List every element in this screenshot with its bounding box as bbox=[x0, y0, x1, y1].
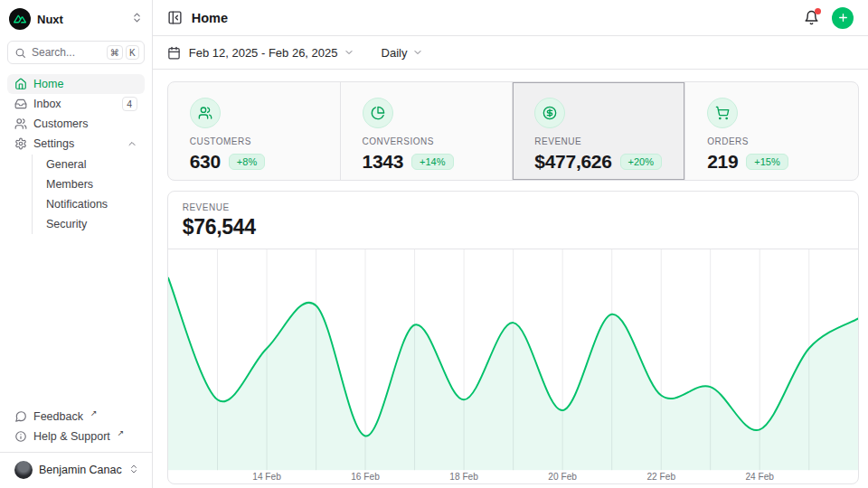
chart-header: REVENUE $76,544 bbox=[168, 192, 858, 249]
sidebar-item-label: Settings bbox=[33, 137, 74, 150]
svg-text:18 Feb: 18 Feb bbox=[449, 472, 478, 482]
stat-value: 630 bbox=[190, 151, 221, 173]
chevron-up-icon bbox=[127, 138, 137, 149]
sidebar-footer: Feedback ↗ Help & Support ↗ Benjamin Can… bbox=[7, 407, 145, 483]
external-link-icon: ↗ bbox=[90, 408, 98, 418]
chevron-down-icon[interactable] bbox=[344, 47, 354, 58]
add-button[interactable] bbox=[832, 7, 854, 29]
workspace-selector[interactable]: Nuxt bbox=[7, 7, 145, 31]
sidebar-item-inbox[interactable]: Inbox 4 bbox=[7, 94, 145, 114]
notifications-button[interactable] bbox=[804, 10, 819, 25]
feedback-label: Feedback bbox=[33, 410, 83, 423]
search-placeholder: Search... bbox=[32, 46, 75, 59]
stat-label: ORDERS bbox=[707, 136, 836, 146]
stat-value: 1343 bbox=[363, 151, 404, 173]
dashboard-app: Nuxt Search... ⌘ K Home bbox=[0, 0, 868, 488]
stat-revenue[interactable]: REVENUE $477,626 +20% bbox=[513, 82, 685, 180]
header-actions bbox=[804, 7, 854, 29]
sidebar: Nuxt Search... ⌘ K Home bbox=[0, 0, 153, 488]
svg-text:14 Feb: 14 Feb bbox=[252, 472, 281, 482]
stat-delta-badge: +15% bbox=[746, 154, 788, 170]
revenue-chart-card: REVENUE $76,544 14 Feb16 Feb18 Feb20 Feb… bbox=[167, 191, 859, 484]
sidebar-item-security[interactable]: Security bbox=[33, 214, 145, 234]
chevron-down-icon[interactable] bbox=[412, 47, 423, 58]
user-menu[interactable]: Benjamin Canac bbox=[7, 457, 145, 483]
stat-orders[interactable]: ORDERS 219 +15% bbox=[685, 82, 858, 180]
info-circle-icon bbox=[14, 430, 27, 443]
date-range-button[interactable]: Feb 12, 2025 - Feb 26, 2025 bbox=[189, 46, 338, 60]
sidebar-item-general[interactable]: General bbox=[33, 155, 145, 174]
search-shortcut: ⌘ K bbox=[107, 45, 139, 60]
pie-chart-icon bbox=[363, 98, 393, 128]
search-icon bbox=[14, 47, 26, 59]
user-name: Benjamin Canac bbox=[39, 464, 122, 476]
workspace-name: Nuxt bbox=[37, 13, 63, 26]
settings-subnav: General Members Notifications Security bbox=[32, 155, 145, 234]
sidebar-divider bbox=[0, 452, 152, 453]
stat-value: $477,626 bbox=[534, 151, 611, 173]
inbox-icon bbox=[14, 98, 27, 110]
dollar-circle-icon bbox=[534, 98, 565, 128]
help-support-label: Help & Support bbox=[33, 430, 110, 443]
inbox-count-badge: 4 bbox=[122, 97, 137, 111]
message-bubble-icon bbox=[14, 410, 27, 423]
collapse-sidebar-icon[interactable] bbox=[167, 10, 183, 25]
sidebar-item-notifications[interactable]: Notifications bbox=[33, 194, 145, 214]
svg-text:16 Feb: 16 Feb bbox=[351, 472, 380, 482]
stats-row: CUSTOMERS 630 +8% CONVERSIONS 1343 +14% bbox=[167, 81, 859, 181]
svg-text:22 Feb: 22 Feb bbox=[646, 472, 675, 482]
sidebar-item-settings[interactable]: Settings bbox=[7, 134, 145, 154]
gear-icon bbox=[14, 137, 27, 150]
feedback-link[interactable]: Feedback ↗ bbox=[7, 407, 145, 427]
cart-icon bbox=[707, 98, 738, 128]
chart-label: REVENUE bbox=[183, 202, 844, 212]
stat-customers[interactable]: CUSTOMERS 630 +8% bbox=[168, 82, 341, 180]
stat-label: REVENUE bbox=[534, 136, 663, 146]
kbd-k: K bbox=[126, 45, 139, 60]
stat-delta-badge: +8% bbox=[229, 154, 265, 170]
stat-delta-badge: +14% bbox=[411, 154, 453, 170]
stat-conversions[interactable]: CONVERSIONS 1343 +14% bbox=[341, 82, 514, 180]
kbd-meta: ⌘ bbox=[107, 45, 123, 60]
main-area: Home Feb 12, 2025 - Feb 26, 2025 Daily bbox=[153, 0, 868, 488]
help-support-link[interactable]: Help & Support ↗ bbox=[7, 427, 145, 446]
svg-text:20 Feb: 20 Feb bbox=[548, 472, 577, 482]
users-icon bbox=[190, 98, 221, 128]
page-title: Home bbox=[192, 11, 228, 25]
stat-label: CUSTOMERS bbox=[190, 136, 318, 146]
chevrons-up-down-icon bbox=[131, 11, 143, 27]
home-icon bbox=[14, 78, 27, 90]
plus-icon bbox=[837, 12, 849, 23]
stat-value: 219 bbox=[707, 151, 738, 173]
nuxt-logo-icon bbox=[9, 8, 31, 30]
sidebar-item-members[interactable]: Members bbox=[33, 174, 145, 194]
sidebar-item-home[interactable]: Home bbox=[7, 74, 145, 94]
page-header: Home bbox=[153, 0, 868, 36]
avatar bbox=[14, 461, 33, 479]
search-input[interactable]: Search... ⌘ K bbox=[7, 41, 145, 64]
external-link-icon: ↗ bbox=[118, 428, 125, 437]
revenue-area-chart[interactable]: 14 Feb16 Feb18 Feb20 Feb22 Feb24 Feb bbox=[168, 249, 858, 483]
stat-delta-badge: +20% bbox=[620, 154, 662, 170]
sidebar-nav: Home Inbox 4 Customers Settings bbox=[7, 74, 145, 235]
sidebar-item-label: Home bbox=[33, 78, 63, 90]
sidebar-item-label: Inbox bbox=[33, 98, 61, 110]
notification-dot bbox=[815, 8, 821, 14]
calendar-icon bbox=[167, 46, 181, 60]
chart-value: $76,544 bbox=[183, 215, 844, 239]
sidebar-item-label: Customers bbox=[33, 117, 88, 130]
svg-text:24 Feb: 24 Feb bbox=[745, 472, 774, 482]
sidebar-item-customers[interactable]: Customers bbox=[7, 114, 145, 134]
stat-label: CONVERSIONS bbox=[363, 136, 491, 146]
granularity-select[interactable]: Daily bbox=[382, 46, 408, 60]
chevrons-up-down-icon bbox=[128, 462, 139, 478]
filters-toolbar: Feb 12, 2025 - Feb 26, 2025 Daily bbox=[153, 36, 868, 70]
users-icon bbox=[14, 117, 27, 130]
page-content: CUSTOMERS 630 +8% CONVERSIONS 1343 +14% bbox=[153, 70, 868, 484]
